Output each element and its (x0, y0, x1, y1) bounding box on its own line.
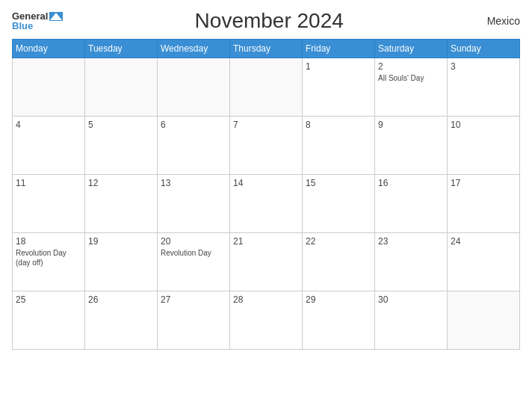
day-number: 20 (161, 236, 226, 247)
day-number: 30 (378, 294, 444, 305)
day-number: 28 (233, 294, 299, 305)
country-label: Mexico (475, 15, 520, 27)
header-wednesday: Wednesday (158, 40, 230, 58)
table-row (230, 58, 303, 117)
table-row (85, 58, 158, 117)
day-number: 27 (161, 294, 226, 305)
day-number: 23 (378, 236, 444, 247)
day-number: 14 (233, 178, 299, 188)
calendar-week-row: 12All Souls' Day3 (13, 58, 520, 117)
table-row: 1 (303, 58, 375, 117)
table-row: 7 (230, 117, 303, 175)
day-number: 12 (88, 178, 154, 188)
day-number: 25 (16, 294, 81, 305)
table-row: 11 (13, 175, 85, 233)
calendar-week-row: 45678910 (13, 117, 520, 175)
calendar-week-row: 252627282930 (13, 291, 520, 350)
table-row: 5 (85, 117, 158, 175)
table-row: 30 (375, 291, 448, 350)
holiday-label: All Souls' Day (378, 73, 444, 83)
table-row: 17 (448, 175, 520, 233)
table-row: 6 (158, 117, 230, 175)
table-row: 18Revolution Day (day off) (13, 233, 85, 291)
calendar-week-row: 11121314151617 (13, 175, 520, 233)
holiday-label: Revolution Day (day off) (16, 248, 81, 268)
logo-flag-icon (49, 12, 63, 21)
table-row: 25 (13, 291, 85, 350)
day-number: 19 (88, 236, 154, 247)
calendar-week-row: 18Revolution Day (day off)1920Revolution… (13, 233, 520, 291)
day-number: 16 (378, 178, 444, 188)
table-row (158, 58, 230, 117)
table-row: 12 (85, 175, 158, 233)
day-number: 24 (451, 236, 516, 247)
day-number: 13 (161, 178, 226, 188)
logo: General Blue (12, 11, 63, 31)
day-number: 29 (306, 294, 371, 305)
day-number: 4 (16, 120, 81, 130)
day-number: 10 (451, 120, 516, 130)
table-row: 29 (303, 291, 375, 350)
table-row: 13 (158, 175, 230, 233)
day-number: 18 (16, 236, 81, 247)
table-row: 27 (158, 291, 230, 350)
table-row: 22 (303, 233, 375, 291)
table-row: 8 (303, 117, 375, 175)
table-row: 2All Souls' Day (375, 58, 448, 117)
header-friday: Friday (303, 40, 375, 58)
day-number: 5 (88, 120, 154, 130)
table-row (448, 291, 520, 350)
header-tuesday: Tuesday (85, 40, 158, 58)
header-monday: Monday (13, 40, 85, 58)
header-thursday: Thursday (230, 40, 303, 58)
day-number: 21 (233, 236, 299, 247)
day-number: 22 (306, 236, 371, 247)
header-saturday: Saturday (375, 40, 448, 58)
table-row: 10 (448, 117, 520, 175)
day-number: 3 (451, 61, 516, 72)
table-row: 23 (375, 233, 448, 291)
table-row: 26 (85, 291, 158, 350)
day-number: 8 (306, 120, 371, 130)
table-row: 19 (85, 233, 158, 291)
day-number: 9 (378, 120, 444, 130)
table-row: 9 (375, 117, 448, 175)
weekday-header-row: Monday Tuesday Wednesday Thursday Friday… (13, 40, 520, 58)
table-row: 20Revolution Day (158, 233, 230, 291)
table-row: 16 (375, 175, 448, 233)
day-number: 6 (161, 120, 226, 130)
holiday-label: Revolution Day (161, 248, 226, 258)
table-row: 4 (13, 117, 85, 175)
day-number: 7 (233, 120, 299, 130)
table-row (13, 58, 85, 117)
day-number: 26 (88, 294, 154, 305)
table-row: 15 (303, 175, 375, 233)
calendar-title: November 2024 (63, 9, 475, 33)
header-sunday: Sunday (448, 40, 520, 58)
day-number: 2 (378, 61, 444, 72)
table-row: 3 (448, 58, 520, 117)
table-row: 24 (448, 233, 520, 291)
table-row: 28 (230, 291, 303, 350)
logo-blue: Blue (12, 21, 33, 31)
day-number: 1 (306, 61, 371, 72)
day-number: 15 (306, 178, 371, 188)
table-row: 14 (230, 175, 303, 233)
page: General Blue November 2024 Mexico Monday… (0, 0, 532, 411)
day-number: 17 (451, 178, 516, 188)
day-number: 11 (16, 178, 81, 188)
calendar-table: Monday Tuesday Wednesday Thursday Friday… (12, 39, 520, 350)
header: General Blue November 2024 Mexico (12, 9, 520, 33)
table-row: 21 (230, 233, 303, 291)
